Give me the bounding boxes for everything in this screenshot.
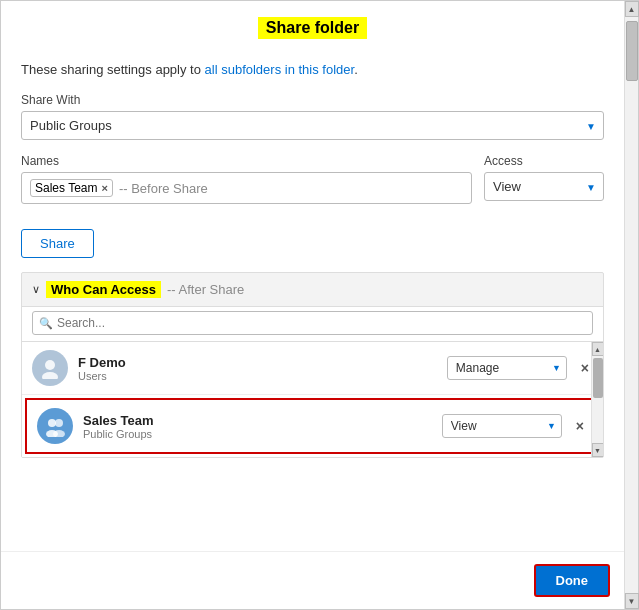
svg-point-3 bbox=[55, 419, 63, 427]
avatar-salesteam bbox=[37, 408, 73, 444]
who-can-access-header: ∨ Who Can Access -- After Share bbox=[22, 273, 603, 306]
share-with-select[interactable]: Public Groups Users Roles Roles and Subo… bbox=[21, 111, 604, 140]
names-label: Names bbox=[21, 154, 472, 168]
list-scroll-thumb[interactable] bbox=[593, 358, 603, 398]
svg-point-0 bbox=[45, 360, 55, 370]
salesteam-access-select[interactable]: View Edit Manage bbox=[442, 414, 562, 438]
item-name-salesteam: Sales Team bbox=[83, 413, 432, 428]
tag-label: Sales Team bbox=[35, 181, 97, 195]
share-button-row: Share bbox=[21, 229, 604, 258]
scroll-down-arrow[interactable]: ▼ bbox=[625, 593, 639, 609]
access-item-fdemo: F Demo Users View Edit Manage ▼ × bbox=[22, 342, 603, 395]
before-share-text: -- Before Share bbox=[119, 181, 208, 196]
access-label: Access bbox=[484, 154, 604, 168]
share-button[interactable]: Share bbox=[21, 229, 94, 258]
who-can-access-label: Who Can Access bbox=[46, 281, 161, 298]
names-input[interactable]: Sales Team × -- Before Share bbox=[21, 172, 472, 204]
list-scroll-up-arrow[interactable]: ▲ bbox=[592, 342, 604, 356]
subtitle-pre: These sharing settings apply to bbox=[21, 62, 205, 77]
svg-point-2 bbox=[48, 419, 56, 427]
footer-row: Done bbox=[1, 551, 624, 609]
search-input[interactable] bbox=[32, 311, 593, 335]
list-scroll-down-arrow[interactable]: ▼ bbox=[592, 443, 604, 457]
search-input-wrapper: 🔍 bbox=[32, 311, 593, 335]
scroll-thumb[interactable] bbox=[626, 21, 638, 81]
access-col: Access View Edit Manage ▼ bbox=[484, 154, 604, 215]
names-col: Names Sales Team × -- Before Share bbox=[21, 154, 472, 204]
subtitle-highlight: all subfolders in this folder bbox=[205, 62, 355, 77]
item-info-fdemo: F Demo Users bbox=[78, 355, 437, 382]
modal-title: Share folder bbox=[258, 17, 367, 39]
modal-title-bar: Share folder bbox=[21, 1, 604, 51]
share-with-label: Share With bbox=[21, 93, 604, 107]
names-access-row: Names Sales Team × -- Before Share Acces… bbox=[21, 154, 604, 215]
item-type-fdemo: Users bbox=[78, 370, 437, 382]
modal-scrollbar[interactable]: ▲ ▼ bbox=[624, 1, 638, 609]
sales-team-tag: Sales Team × bbox=[30, 179, 113, 197]
item-name-fdemo: F Demo bbox=[78, 355, 437, 370]
after-share-text: -- After Share bbox=[167, 282, 244, 297]
chevron-down-icon[interactable]: ∨ bbox=[32, 283, 40, 296]
share-with-wrapper: Public Groups Users Roles Roles and Subo… bbox=[21, 111, 604, 140]
who-can-access-section: ∨ Who Can Access -- After Share 🔍 bbox=[21, 272, 604, 458]
search-row: 🔍 bbox=[22, 306, 603, 341]
avatar-fdemo bbox=[32, 350, 68, 386]
list-scrollbar[interactable]: ▲ ▼ bbox=[591, 342, 603, 457]
item-type-salesteam: Public Groups bbox=[83, 428, 432, 440]
tag-remove-button[interactable]: × bbox=[101, 182, 107, 194]
scroll-up-arrow[interactable]: ▲ bbox=[625, 1, 639, 17]
svg-point-1 bbox=[42, 372, 58, 379]
share-folder-modal: ▲ ▼ Share folder These sharing settings … bbox=[0, 0, 639, 610]
fdemo-access-select[interactable]: View Edit Manage bbox=[447, 356, 567, 380]
access-list: F Demo Users View Edit Manage ▼ × bbox=[22, 341, 603, 457]
fdemo-access-wrapper: View Edit Manage ▼ bbox=[447, 356, 567, 380]
access-item-salesteam: Sales Team Public Groups View Edit Manag… bbox=[25, 398, 600, 454]
subtitle: These sharing settings apply to all subf… bbox=[21, 61, 604, 79]
salesteam-remove-button[interactable]: × bbox=[572, 418, 588, 434]
access-select[interactable]: View Edit Manage bbox=[484, 172, 604, 201]
salesteam-access-wrapper: View Edit Manage ▼ bbox=[442, 414, 562, 438]
access-select-wrapper: View Edit Manage ▼ bbox=[484, 172, 604, 201]
item-info-salesteam: Sales Team Public Groups bbox=[83, 413, 432, 440]
subtitle-post: . bbox=[354, 62, 358, 77]
search-icon: 🔍 bbox=[39, 317, 53, 330]
done-button[interactable]: Done bbox=[534, 564, 611, 597]
access-list-inner: F Demo Users View Edit Manage ▼ × bbox=[22, 342, 603, 457]
